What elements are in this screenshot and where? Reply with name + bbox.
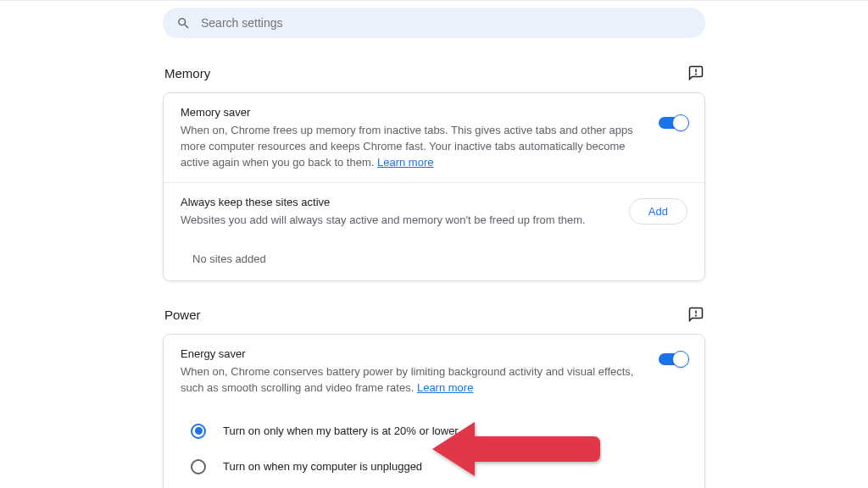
memory-card: Memory saver When on, Chrome frees up me… [163,92,705,281]
unplugged-label: Turn on when my computer is unplugged [223,460,422,473]
feedback-icon[interactable] [688,65,704,80]
energy-saver-toggle[interactable] [659,353,687,365]
energy-saver-desc: When on, Chrome conserves battery power … [181,365,633,394]
svg-point-1 [696,74,697,75]
energy-learn-more-link[interactable]: Learn more [417,381,473,394]
memory-saver-toggle[interactable] [659,117,687,129]
search-input[interactable] [201,16,692,30]
memory-saver-title: Memory saver [181,105,642,121]
battery-20-radio[interactable] [191,424,206,439]
power-card: Energy saver When on, Chrome conserves b… [163,334,705,488]
memory-learn-more-link[interactable]: Learn more [377,156,433,169]
no-sites-label: No sites added [164,241,704,280]
memory-section-title: Memory [164,66,210,80]
always-active-desc: Websites you add will always stay active… [181,213,612,229]
power-section-title: Power [164,308,201,322]
add-site-button[interactable]: Add [629,198,687,225]
feedback-icon[interactable] [688,307,704,322]
energy-saver-title: Energy saver [181,347,642,363]
svg-point-3 [696,315,697,316]
always-active-title: Always keep these sites active [181,195,612,211]
unplugged-radio[interactable] [191,459,206,474]
battery-20-label: Turn on only when my battery is at 20% o… [223,424,459,437]
search-icon [176,16,191,30]
search-settings[interactable] [163,8,705,38]
